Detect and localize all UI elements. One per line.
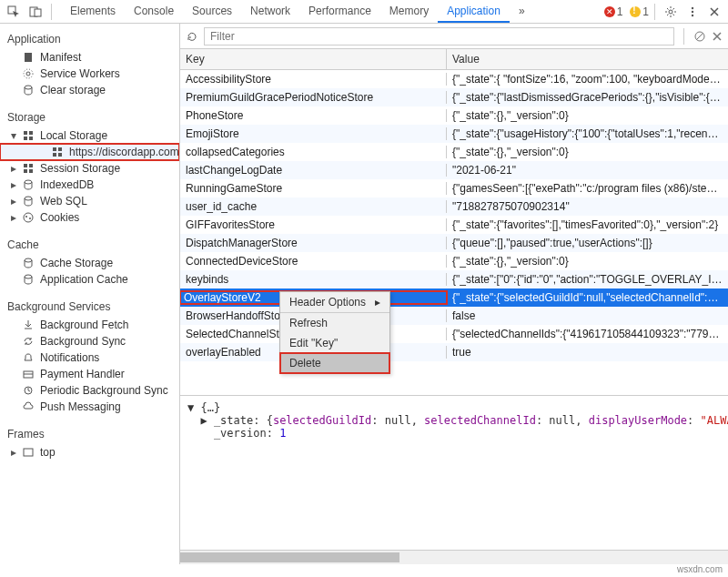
cell-key[interactable]: GIFFavoritesStore [180, 218, 447, 231]
cell-value[interactable]: {"_state":{},"_version":0} [447, 109, 728, 122]
cell-value[interactable]: {"gamesSeen":[{"exePath":"c:/program fil… [447, 182, 728, 195]
ctx-edit-key[interactable]: Edit "Key" [280, 333, 389, 353]
warning-count[interactable]: 1 [630, 5, 649, 18]
cell-key[interactable]: keybinds [180, 273, 447, 286]
sidebar-item-application-cache[interactable]: Application Cache [0, 271, 179, 288]
header-key[interactable]: Key [180, 49, 447, 69]
close-icon[interactable] [712, 31, 723, 42]
svg-point-29 [25, 275, 32, 278]
table-row[interactable]: PremiumGuildGracePeriodNoticeStore{"_sta… [180, 88, 728, 106]
sidebar-item-periodic-bg-sync[interactable]: Periodic Background Sync [0, 382, 179, 399]
ctx-refresh[interactable]: Refresh [280, 313, 389, 333]
sidebar-item-frame-top[interactable]: ▸top [0, 444, 179, 461]
sidebar-item-bg-fetch[interactable]: Background Fetch [0, 317, 179, 333]
sidebar-item-payment-handler[interactable]: Payment Handler [0, 366, 179, 382]
tab-network[interactable]: Network [241, 0, 299, 23]
cell-key[interactable]: lastChangeLogDate [180, 164, 447, 177]
refresh-icon[interactable] [186, 30, 198, 43]
horizontal-scrollbar[interactable] [180, 550, 728, 564]
table-row[interactable]: BrowserHandoffStorefalse [180, 307, 728, 325]
chevron-right-icon[interactable]: ▸ [9, 211, 18, 224]
chevron-right-icon[interactable]: ▸ [9, 446, 18, 459]
cell-key[interactable]: AccessibilityStore [180, 73, 447, 86]
cell-key[interactable]: RunningGameStore [180, 182, 447, 195]
cell-value[interactable]: {"selectedChannelIds":{"4196171058441093… [447, 328, 728, 340]
kebab-menu-icon[interactable] [682, 2, 703, 22]
tab-elements[interactable]: Elements [61, 0, 125, 23]
table-row[interactable]: PhoneStore{"_state":{},"_version":0} [180, 106, 728, 125]
sidebar-item-session-storage[interactable]: ▸Session Storage [0, 160, 179, 177]
ctx-delete[interactable]: Delete [280, 353, 389, 373]
svg-rect-20 [29, 164, 33, 167]
cell-value[interactable]: "2021-06-21" [447, 164, 728, 177]
sidebar: Application Manifest Service Workers Cle… [0, 24, 180, 564]
header-value[interactable]: Value [447, 49, 728, 69]
cell-key[interactable]: PhoneStore [180, 109, 447, 122]
sidebar-item-notifications[interactable]: Notifications [0, 349, 179, 366]
tab-performance[interactable]: Performance [299, 0, 380, 23]
tabs-overflow[interactable]: » [510, 0, 534, 23]
table-row[interactable]: GIFFavoritesStore{"_state":{"favorites":… [180, 216, 728, 234]
sidebar-item-cache-storage[interactable]: Cache Storage [0, 255, 179, 271]
chevron-right-icon[interactable]: ▸ [9, 162, 18, 175]
table-row[interactable]: user_id_cache"718827875070902314" [180, 197, 728, 216]
sidebar-item-bg-sync[interactable]: Background Sync [0, 333, 179, 349]
ctx-header-options[interactable]: Header Options▸ [280, 292, 389, 313]
cell-value[interactable]: true [447, 346, 728, 359]
tab-sources[interactable]: Sources [183, 0, 241, 23]
clear-icon[interactable] [693, 30, 706, 43]
sidebar-item-indexeddb[interactable]: ▸IndexedDB [0, 177, 179, 193]
svg-point-24 [25, 197, 32, 200]
settings-icon[interactable] [661, 2, 681, 22]
error-count[interactable]: ✕ 1 [604, 5, 623, 18]
cell-value[interactable]: {"_state":{},"_version":0} [447, 255, 728, 268]
table-row[interactable]: EmojiStore{"_state":{"usageHistory":{"10… [180, 125, 728, 143]
sidebar-item-websql[interactable]: ▸Web SQL [0, 193, 179, 209]
tab-application[interactable]: Application [438, 0, 510, 23]
cell-key[interactable]: user_id_cache [180, 200, 447, 213]
cell-key[interactable]: DispatchManagerStore [180, 237, 447, 249]
cell-key[interactable]: PremiumGuildGracePeriodNoticeStore [180, 91, 447, 104]
chevron-right-icon[interactable]: ▸ [9, 178, 18, 191]
sidebar-item-service-workers[interactable]: Service Workers [0, 66, 179, 82]
cell-value[interactable]: {"_state":{"lastDismissedGracePeriods":{… [447, 91, 728, 104]
table-row[interactable]: AccessibilityStore{"_state":{ "fontSize"… [180, 70, 728, 88]
table-row[interactable]: DispatchManagerStore{"queue":[],"paused"… [180, 234, 728, 252]
cell-value[interactable]: {"_state":{},"_version":0} [447, 146, 728, 158]
inspect-icon[interactable] [4, 2, 24, 22]
sidebar-item-push-messaging[interactable]: Push Messaging [0, 399, 179, 415]
table-row[interactable]: RunningGameStore{"gamesSeen":[{"exePath"… [180, 179, 728, 197]
tab-memory[interactable]: Memory [380, 0, 438, 23]
cell-value[interactable]: {"_state":{"favorites":[],"timesFavorite… [447, 218, 728, 231]
warning-icon [630, 6, 641, 17]
sidebar-item-manifest[interactable]: Manifest [0, 49, 179, 66]
cell-key[interactable]: ConnectedDeviceStore [180, 255, 447, 268]
cell-value[interactable]: {"queue":[],"paused":true,"userActions":… [447, 237, 728, 249]
scrollbar-thumb[interactable] [180, 552, 399, 562]
cell-key[interactable]: collapsedCategories [180, 146, 447, 158]
chevron-right-icon[interactable]: ▸ [9, 195, 18, 208]
cell-value[interactable]: {"_state":{"usageHistory":{"100":{"total… [447, 127, 728, 140]
table-row[interactable]: keybinds{"_state":["0":{"id":"0","action… [180, 270, 728, 288]
cell-value[interactable]: {"_state":{ "fontSize":16, "zoom":100, "… [447, 73, 728, 86]
filter-input[interactable] [204, 27, 674, 46]
sidebar-item-cookies[interactable]: ▸Cookies [0, 209, 179, 226]
sidebar-item-local-storage[interactable]: ▾Local Storage [0, 127, 179, 144]
table-row[interactable]: ConnectedDeviceStore{"_state":{},"_versi… [180, 252, 728, 270]
tab-console[interactable]: Console [125, 0, 183, 23]
table-row[interactable]: overlayEnabledtrue [180, 343, 728, 361]
sidebar-item-clear-storage[interactable]: Clear storage [0, 82, 179, 98]
sidebar-item-origin[interactable]: https://discordapp.com [0, 144, 179, 160]
cell-value[interactable]: {"_state":["0":{"id":"0","action":"TOGGL… [447, 273, 728, 286]
cell-key[interactable]: EmojiStore [180, 127, 447, 140]
table-row[interactable]: OverlayStoreV2{"_state":{"selectedGuildI… [180, 288, 728, 307]
table-row[interactable]: lastChangeLogDate"2021-06-21" [180, 161, 728, 179]
device-toggle-icon[interactable] [25, 2, 46, 22]
close-devtools-icon[interactable] [704, 2, 724, 22]
table-row[interactable]: collapsedCategories{"_state":{},"_versio… [180, 143, 728, 161]
cell-value[interactable]: "718827875070902314" [447, 200, 728, 213]
chevron-down-icon[interactable]: ▾ [9, 129, 18, 142]
cell-value[interactable]: {"_state":{"selectedGuildId":null,"selec… [447, 291, 728, 304]
cell-value[interactable]: false [447, 309, 728, 322]
table-row[interactable]: SelectedChannelStore{"selectedChannelIds… [180, 325, 728, 343]
